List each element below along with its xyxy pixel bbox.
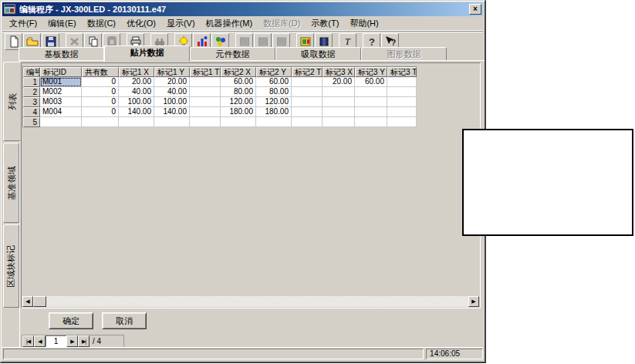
grid-cell[interactable] <box>82 117 119 127</box>
column-header[interactable]: 标记2 TI <box>292 67 323 77</box>
grid-cell[interactable] <box>256 117 292 127</box>
grid-cell[interactable] <box>387 97 417 107</box>
grid-cell[interactable]: 0 <box>82 107 119 117</box>
tab-component-data[interactable]: 元件数据 <box>190 47 275 61</box>
grid-cell[interactable]: 0 <box>82 97 119 107</box>
row-number[interactable]: 1 <box>23 77 40 87</box>
grid-cell[interactable]: 180.00 <box>256 107 292 117</box>
title-bar[interactable]: 编辑程序 - JX-300LED - 20130111.e47 × <box>2 2 483 16</box>
cancel-button[interactable]: 取消 <box>102 312 147 329</box>
tab-placement-data[interactable]: 贴片数据 <box>104 46 190 62</box>
grid-cell[interactable] <box>355 97 387 107</box>
grid-cell[interactable] <box>323 97 355 107</box>
grid-cell[interactable] <box>119 117 154 127</box>
row-number[interactable]: 4 <box>23 107 40 117</box>
pager-last-button[interactable]: ▶| <box>78 335 90 347</box>
menu-edit[interactable]: 编辑(E) <box>42 16 82 31</box>
scroll-track[interactable] <box>46 296 468 307</box>
grid-cell[interactable] <box>292 107 323 117</box>
scroll-left-button[interactable]: ◀ <box>22 296 33 307</box>
grid-cell[interactable] <box>154 117 190 127</box>
menu-file[interactable]: 文件(F) <box>4 16 42 31</box>
grid-cell[interactable] <box>190 77 221 87</box>
row-number[interactable]: 3 <box>23 97 40 107</box>
side-tab-region-block-mark[interactable]: 区域块标记 <box>3 224 19 308</box>
grid-cell[interactable] <box>40 117 82 127</box>
horizontal-scrollbar[interactable]: ◀ ▶ <box>22 296 479 307</box>
grid-cell[interactable]: 20.00 <box>119 77 154 87</box>
grid-cell[interactable] <box>292 87 323 97</box>
scroll-thumb[interactable] <box>33 296 46 307</box>
menu-data[interactable]: 数据(C) <box>82 16 121 31</box>
grid-cell[interactable] <box>323 117 355 127</box>
menu-help[interactable]: 帮助(H) <box>344 16 383 31</box>
grid-cell[interactable]: 0 <box>82 77 119 87</box>
scroll-right-button[interactable]: ▶ <box>468 296 479 307</box>
grid-cell[interactable]: 60.00 <box>221 77 256 87</box>
grid-cell[interactable] <box>387 107 417 117</box>
grid-cell[interactable] <box>190 87 221 97</box>
column-header[interactable]: 标记1 TI <box>190 67 221 77</box>
grid-cell[interactable] <box>292 77 323 87</box>
grid-cell[interactable]: 80.00 <box>256 87 292 97</box>
grid-cell[interactable]: 40.00 <box>154 87 190 97</box>
grid-cell[interactable]: 120.00 <box>256 97 292 107</box>
grid-cell[interactable] <box>292 97 323 107</box>
grid-cell[interactable]: 80.00 <box>221 87 256 97</box>
grid-cell[interactable]: 140.00 <box>119 107 154 117</box>
grid-cell[interactable] <box>292 117 323 127</box>
column-header[interactable]: 标记ID <box>40 67 82 77</box>
column-header[interactable]: 标记3 X <box>323 67 355 77</box>
grid-cell[interactable]: 180.00 <box>221 107 256 117</box>
grid-cell[interactable] <box>387 117 417 127</box>
grid-cell[interactable]: M002 <box>40 87 82 97</box>
grid-cell[interactable]: 120.00 <box>221 97 256 107</box>
menu-teach[interactable]: 示教(T) <box>306 16 344 31</box>
grid-cell[interactable] <box>323 87 355 97</box>
column-header[interactable]: 标记2 X <box>221 67 256 77</box>
grid-cell[interactable] <box>190 107 221 117</box>
grid-cell[interactable] <box>387 77 417 87</box>
tab-pickup-data[interactable]: 吸取数据 <box>275 47 361 61</box>
column-header[interactable]: 标记3 TI <box>387 67 417 77</box>
pager-next-button[interactable]: ▶ <box>66 335 78 347</box>
grid-cell[interactable]: 60.00 <box>256 77 292 87</box>
grid-cell[interactable]: M001 <box>40 77 82 87</box>
grid-cell[interactable]: 40.00 <box>119 87 154 97</box>
column-header[interactable]: 共有数 <box>82 67 119 77</box>
menu-optimize[interactable]: 优化(O) <box>121 16 161 31</box>
column-header[interactable]: 标记1 X <box>119 67 154 77</box>
grid-cell[interactable] <box>355 87 387 97</box>
menu-view[interactable]: 显示(V) <box>161 16 201 31</box>
grid-cell[interactable] <box>323 107 355 117</box>
column-header[interactable]: 标记1 Y <box>154 67 190 77</box>
grid-cell[interactable]: 100.00 <box>154 97 190 107</box>
side-tab-list[interactable]: 列表 <box>3 62 21 141</box>
row-number[interactable]: 5 <box>23 117 40 127</box>
close-button[interactable]: × <box>469 4 481 15</box>
grid-cell[interactable]: 60.00 <box>355 77 387 87</box>
column-header[interactable]: 标记2 Y <box>256 67 292 77</box>
pager-page-input[interactable] <box>46 335 66 347</box>
grid-cell[interactable]: 20.00 <box>154 77 190 87</box>
grid-cell[interactable] <box>387 87 417 97</box>
row-number[interactable]: 2 <box>23 87 40 97</box>
pager-first-button[interactable]: |◀ <box>22 335 34 347</box>
grid-cell[interactable]: M004 <box>40 107 82 117</box>
grid-cell[interactable]: 0 <box>82 87 119 97</box>
ok-button[interactable]: 确定 <box>49 312 93 329</box>
column-header[interactable]: 编号 <box>23 67 40 77</box>
grid-cell[interactable]: 140.00 <box>154 107 190 117</box>
grid-cell[interactable] <box>190 97 221 107</box>
grid-cell[interactable] <box>355 107 387 117</box>
menu-machine[interactable]: 机器操作(M) <box>201 16 258 31</box>
grid-cell[interactable] <box>355 117 387 127</box>
tab-board-data[interactable]: 基板数据 <box>19 47 104 61</box>
grid-cell[interactable]: M003 <box>40 97 82 107</box>
grid-cell[interactable]: 20.00 <box>323 77 355 87</box>
grid-cell[interactable]: 100.00 <box>119 97 154 107</box>
grid-cell[interactable] <box>190 117 221 127</box>
grid-cell[interactable] <box>221 117 256 127</box>
pager-prev-button[interactable]: ◀ <box>34 335 46 347</box>
column-header[interactable]: 标记3 Y <box>355 67 387 77</box>
